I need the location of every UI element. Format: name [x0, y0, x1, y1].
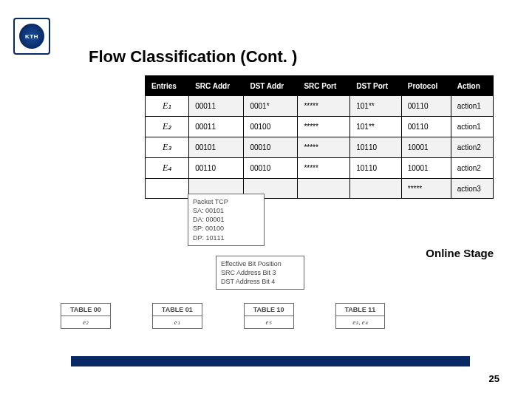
mini-table-body: e₅ — [245, 316, 293, 328]
cell-src-addr: 00101 — [189, 137, 244, 158]
cell-action: action1 — [451, 117, 493, 137]
slide-title: Flow Classification (Cont. ) — [89, 47, 297, 66]
effective-bit-box: Effective Bit Position SRC Address Bit 3… — [216, 256, 304, 290]
packet-line: SP: 00100 — [193, 224, 259, 233]
online-stage-label: Online Stage — [426, 247, 494, 259]
cell-protocol: 10001 — [401, 137, 451, 158]
table-row: E₂ 00011 00100 ***** 101** 00110 action1 — [146, 117, 494, 137]
packet-title: Packet TCP — [193, 197, 259, 206]
mini-tables-row: TABLE 00 e₂ TABLE 01 e₁ TABLE 10 e₅ TABL… — [61, 303, 385, 329]
mini-table-10: TABLE 10 e₅ — [244, 303, 294, 329]
packet-line: DA: 00001 — [193, 215, 259, 224]
mini-table-body: e₃, e₄ — [336, 316, 385, 328]
col-src-addr: SRC Addr — [189, 76, 244, 96]
cell-src-port: ***** — [298, 117, 350, 137]
cell-dst-port: 10110 — [350, 137, 402, 158]
cell-entry — [146, 179, 189, 199]
cell-dst-addr: 00010 — [244, 137, 298, 158]
footer-bar — [71, 356, 470, 366]
cell-entry: E₁ — [146, 96, 189, 117]
rules-table: Entries SRC Addr DST Addr SRC Port DST P… — [145, 75, 494, 199]
col-action: Action — [451, 76, 493, 96]
cell-action: action2 — [451, 158, 493, 179]
cell-dst-port: 10110 — [350, 158, 402, 179]
cell-protocol: 00110 — [401, 96, 451, 117]
cell-protocol: 00110 — [401, 117, 451, 137]
mini-table-body: e₂ — [61, 316, 110, 328]
packet-line: DP: 10111 — [193, 233, 259, 242]
cell-dst-addr: 00010 — [244, 158, 298, 179]
cell-action: action1 — [451, 96, 493, 117]
table-row: E₁ 00011 0001* ***** 101** 00110 action1 — [146, 96, 494, 117]
mini-table-01: TABLE 01 e₁ — [152, 303, 202, 329]
cell-dst-addr: 0001* — [244, 96, 298, 117]
mini-table-head: TABLE 10 — [245, 304, 293, 316]
cell-protocol: 10001 — [401, 158, 451, 179]
cell-action: action3 — [451, 179, 493, 199]
packet-line: SA: 00101 — [193, 206, 259, 215]
mini-table-head: TABLE 01 — [153, 304, 202, 316]
eff-line: DST Address Bit 4 — [221, 277, 299, 286]
cell-protocol: ***** — [401, 179, 451, 199]
rules-header-row: Entries SRC Addr DST Addr SRC Port DST P… — [146, 76, 494, 96]
cell-dst-port — [350, 179, 402, 199]
mini-table-head: TABLE 11 — [336, 304, 385, 316]
packet-box: Packet TCP SA: 00101 DA: 00001 SP: 00100… — [188, 194, 265, 246]
cell-dst-port: 101** — [350, 117, 402, 137]
rules-table-wrap: Entries SRC Addr DST Addr SRC Port DST P… — [145, 75, 494, 199]
page-number: 25 — [489, 373, 499, 384]
mini-table-head: TABLE 00 — [61, 304, 110, 316]
cell-src-addr: 00110 — [189, 158, 244, 179]
kth-logo: KTH — [13, 18, 50, 55]
cell-src-port: ***** — [298, 96, 350, 117]
col-protocol: Protocol — [401, 76, 451, 96]
table-row: E₃ 00101 00010 ***** 10110 10001 action2 — [146, 137, 494, 158]
cell-src-addr: 00011 — [189, 96, 244, 117]
kth-logo-text: KTH — [19, 24, 44, 49]
col-dst-port: DST Port — [350, 76, 402, 96]
cell-src-port — [298, 179, 350, 199]
cell-src-port: ***** — [298, 137, 350, 158]
cell-entry: E₄ — [146, 158, 189, 179]
cell-src-addr: 00011 — [189, 117, 244, 137]
col-dst-addr: DST Addr — [244, 76, 298, 96]
cell-src-port: ***** — [298, 158, 350, 179]
eff-line: SRC Address Bit 3 — [221, 268, 299, 277]
cell-entry: E₃ — [146, 137, 189, 158]
eff-title: Effective Bit Position — [221, 259, 299, 268]
col-entries: Entries — [146, 76, 189, 96]
cell-dst-addr: 00100 — [244, 117, 298, 137]
col-src-port: SRC Port — [298, 76, 350, 96]
cell-action: action2 — [451, 137, 493, 158]
mini-table-11: TABLE 11 e₃, e₄ — [335, 303, 386, 329]
mini-table-00: TABLE 00 e₂ — [61, 303, 111, 329]
cell-entry: E₂ — [146, 117, 189, 137]
cell-dst-port: 101** — [350, 96, 402, 117]
table-row: E₄ 00110 00010 ***** 10110 10001 action2 — [146, 158, 494, 179]
mini-table-body: e₁ — [153, 316, 202, 328]
